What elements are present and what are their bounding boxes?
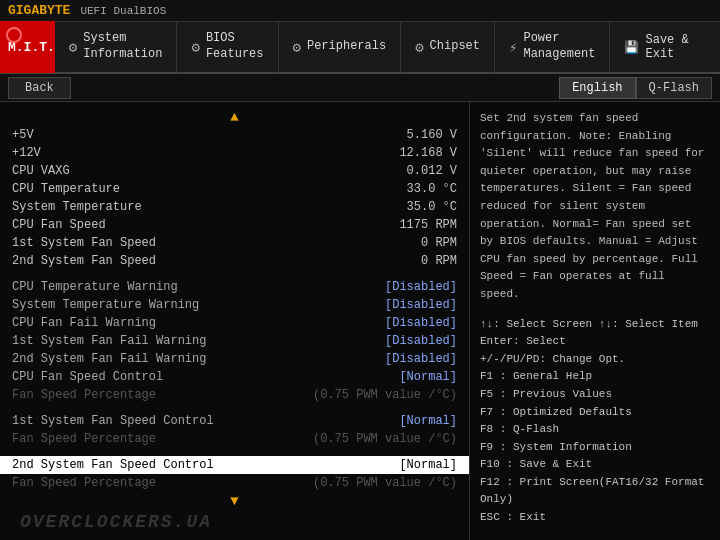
left-panel: ▲ +5V5.160 V+12V12.168 VCPU VAXG0.012 VC… <box>0 102 470 540</box>
hotkey-line: F12 : Print Screen(FAT16/32 Format Only) <box>480 474 710 509</box>
description-text: Set 2nd system fan speed configuration. … <box>480 110 710 304</box>
sensor-label: CPU Fan Speed <box>12 218 106 232</box>
settings-value: [Normal] <box>399 370 457 384</box>
nav-power-line1: Power <box>523 31 595 47</box>
nav-bios-features[interactable]: ⚙ BIOS Features <box>177 21 278 73</box>
sensor-row: CPU Temperature33.0 °C <box>0 180 469 198</box>
nav-power-management[interactable]: ⚡ Power Management <box>495 21 610 73</box>
nav-bios-feat-line1: BIOS <box>206 31 264 47</box>
sensor-list: +5V5.160 V+12V12.168 VCPU VAXG0.012 VCPU… <box>0 126 469 270</box>
save-exit-icon: 💾 <box>624 40 639 55</box>
sensor-value: 5.160 V <box>407 128 457 142</box>
settings-value: [Disabled] <box>385 298 457 312</box>
sensor-value: 35.0 °C <box>407 200 457 214</box>
hotkey-line: F8 : Q-Flash <box>480 421 710 439</box>
dimmed-label: Fan Speed Percentage <box>12 388 156 402</box>
peripherals-icon: ⚙ <box>293 39 301 56</box>
sensor-row: 2nd System Fan Speed0 RPM <box>0 252 469 270</box>
hotkey-line: F7 : Optimized Defaults <box>480 404 710 422</box>
sensor-row: System Temperature35.0 °C <box>0 198 469 216</box>
nav-save-exit[interactable]: 💾 Save & Exit <box>610 21 720 73</box>
qflash-button[interactable]: Q-Flash <box>636 77 712 99</box>
dimmed-value: (0.75 PWM value /°C) <box>313 476 457 490</box>
nav-chipset[interactable]: ⚙ Chipset <box>401 21 495 73</box>
selected-value: [Normal] <box>399 458 457 472</box>
selected-label: 2nd System Fan Speed Control <box>12 458 214 472</box>
sensor-value: 0 RPM <box>421 254 457 268</box>
hotkey-line: Enter: Select <box>480 333 710 351</box>
spacer2 <box>0 404 469 412</box>
selected-row[interactable]: 2nd System Fan Speed Control [Normal] <box>0 456 469 474</box>
nav-peripherals-label: Peripherals <box>307 39 386 55</box>
settings-row[interactable]: CPU Fan Fail Warning[Disabled] <box>0 314 469 332</box>
sensor-value: 0.012 V <box>407 164 457 178</box>
hotkey-line: F1 : General Help <box>480 368 710 386</box>
back-button[interactable]: Back <box>8 77 71 99</box>
brand-logo: GIGABYTE <box>8 3 70 18</box>
nav-chipset-label: Chipset <box>430 39 480 55</box>
sensor-label: +5V <box>12 128 34 142</box>
settings-value: [Disabled] <box>385 334 457 348</box>
sensor-label: CPU VAXG <box>12 164 70 178</box>
settings-row[interactable]: 1st System Fan Speed Control[Normal] <box>0 412 469 430</box>
mit-label: M.I.T. <box>8 40 55 55</box>
dimmed-settings-row: Fan Speed Percentage(0.75 PWM value /°C) <box>0 430 469 448</box>
dimmed-label: Fan Speed Percentage <box>12 476 156 490</box>
top-bar: GIGABYTE UEFI DualBIOS <box>0 0 720 22</box>
settings-row[interactable]: CPU Temperature Warning[Disabled] <box>0 278 469 296</box>
language-button[interactable]: English <box>559 77 635 99</box>
sensor-value: 33.0 °C <box>407 182 457 196</box>
nav-system-info-line2: Information <box>83 47 162 63</box>
sensor-row: CPU Fan Speed1175 RPM <box>0 216 469 234</box>
main-content: ▲ +5V5.160 V+12V12.168 VCPU VAXG0.012 VC… <box>0 102 720 540</box>
spacer1 <box>0 270 469 278</box>
system-info-icon: ⚙ <box>69 39 77 56</box>
nav-power-line2: Management <box>523 47 595 63</box>
sensor-value: 0 RPM <box>421 236 457 250</box>
sensor-value: 12.168 V <box>399 146 457 160</box>
nav-system-information[interactable]: ⚙ System Information <box>55 21 178 73</box>
settings-row[interactable]: 1st System Fan Fail Warning[Disabled] <box>0 332 469 350</box>
sensor-label: 1st System Fan Speed <box>12 236 156 250</box>
settings-value: [Normal] <box>399 414 457 428</box>
nav-bios-feat-line2: Features <box>206 47 264 63</box>
settings-list2: 1st System Fan Speed Control[Normal]Fan … <box>0 412 469 448</box>
settings-label: 2nd System Fan Fail Warning <box>12 352 206 366</box>
settings-label: System Temperature Warning <box>12 298 199 312</box>
dimmed-value: (0.75 PWM value /°C) <box>313 432 457 446</box>
watermark: OVERCLOCKERS.UA <box>20 512 212 532</box>
sensor-label: +12V <box>12 146 41 160</box>
settings-value: [Disabled] <box>385 352 457 366</box>
nav-bar: M.I.T. ⚙ System Information ⚙ BIOS Featu… <box>0 22 720 74</box>
sensor-label: CPU Temperature <box>12 182 120 196</box>
dimmed-value: (0.75 PWM value /°C) <box>313 388 457 402</box>
sensor-value: 1175 RPM <box>399 218 457 232</box>
spacer3 <box>0 448 469 456</box>
sensor-row: +12V12.168 V <box>0 144 469 162</box>
action-bar: Back English Q-Flash <box>0 74 720 102</box>
bios-features-icon: ⚙ <box>191 39 199 56</box>
sensor-row: 1st System Fan Speed0 RPM <box>0 234 469 252</box>
hotkey-line: +/-/PU/PD: Change Opt. <box>480 351 710 369</box>
mit-button[interactable]: M.I.T. <box>0 21 55 73</box>
nav-peripherals[interactable]: ⚙ Peripherals <box>279 21 402 73</box>
settings-value: [Disabled] <box>385 280 457 294</box>
sensor-row: CPU VAXG0.012 V <box>0 162 469 180</box>
hotkey-line: F9 : System Information <box>480 439 710 457</box>
settings-list: CPU Temperature Warning[Disabled]System … <box>0 278 469 404</box>
settings-row[interactable]: CPU Fan Speed Control[Normal] <box>0 368 469 386</box>
power-icon: ⚡ <box>509 39 517 56</box>
settings-value: [Disabled] <box>385 316 457 330</box>
settings-label: 1st System Fan Fail Warning <box>12 334 206 348</box>
sensor-row: +5V5.160 V <box>0 126 469 144</box>
scroll-up-arrow: ▲ <box>0 108 469 126</box>
hotkeys-section: ↑↓: Select Screen ↑↓: Select ItemEnter: … <box>480 316 710 527</box>
uefi-label: UEFI DualBIOS <box>80 5 166 17</box>
scroll-down-arrow: ▼ <box>0 492 469 510</box>
hotkey-line: ESC : Exit <box>480 509 710 527</box>
settings-label: CPU Fan Speed Control <box>12 370 163 384</box>
settings-row[interactable]: System Temperature Warning[Disabled] <box>0 296 469 314</box>
settings-row[interactable]: 2nd System Fan Fail Warning[Disabled] <box>0 350 469 368</box>
sensor-label: System Temperature <box>12 200 142 214</box>
right-panel: Set 2nd system fan speed configuration. … <box>470 102 720 540</box>
